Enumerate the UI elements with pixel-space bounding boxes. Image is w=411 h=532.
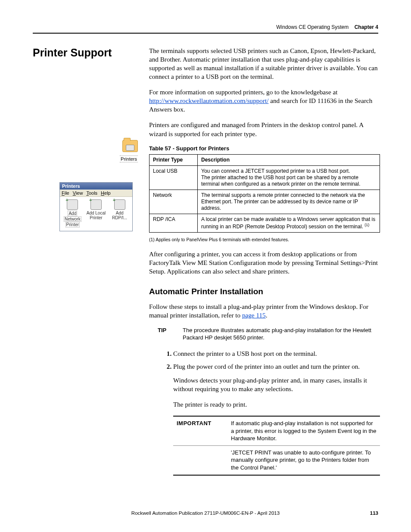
page-115-link[interactable]: page 115 (242, 311, 266, 319)
page-footer: Rockwell Automation Publication 2711P-UM… (33, 510, 378, 516)
th-printer-type: Printer Type (149, 154, 198, 165)
tip-block: TIP The procedure illustrates automatic … (158, 327, 380, 342)
important-block: IMPORTANT If automatic plug-and-play ins… (173, 416, 380, 475)
footer-page-number: 113 (370, 510, 378, 516)
table-row: Local USB You can connect a JETCET suppo… (149, 165, 380, 190)
menu-view[interactable]: View (73, 190, 83, 196)
page-header: Windows CE Operating System Chapter 4 (33, 24, 378, 34)
step-after-paragraph: Windows detects your plug-and-play print… (173, 376, 380, 393)
printers-desktop-icon[interactable]: Printers (33, 140, 141, 162)
printers-window: Printers File View Tools Help Add Networ… (59, 182, 133, 231)
th-description: Description (198, 154, 380, 165)
printer-icon (114, 199, 125, 210)
table-row: Network The terminal supports a remote p… (149, 190, 380, 214)
tip-body: The procedure illustrates automatic plug… (183, 327, 380, 342)
menu-file[interactable]: File (62, 190, 69, 196)
add-network-printer-icon[interactable]: Add Network Printer (62, 199, 83, 227)
add-rdp-printer-icon[interactable]: Add RDP/I... (109, 199, 131, 227)
table-row: RDP /ICA A local printer can be made ava… (149, 214, 380, 232)
table-footnote: (1) Applies only to PanelView Plus 6 ter… (149, 237, 380, 242)
menu-tools[interactable]: Tools (86, 190, 97, 196)
important-text-2: 'JETCET PRINT was unable to auto-configu… (227, 445, 380, 475)
install-steps: Connect the printer to a USB host port o… (149, 349, 380, 371)
printers-support-table: Printer Type Description Local USB You c… (149, 154, 380, 233)
tip-label: TIP (158, 327, 183, 342)
important-text-1: If automatic plug-and-play installation … (227, 416, 380, 445)
ready-paragraph: The printer is ready to print. (173, 400, 380, 409)
subheading-auto-install: Automatic Printer Installation (149, 287, 380, 296)
header-doc-title: Windows CE Operating System (276, 24, 349, 30)
window-menubar: File View Tools Help (60, 190, 132, 197)
intro-paragraph-2: For more information on supported printe… (149, 88, 380, 114)
left-column: Printer Support Printers Printers File V… (33, 47, 149, 476)
intro-paragraph-1: The terminals supports selected USB prin… (149, 47, 380, 81)
after-table-paragraph: After configuring a printer, you can acc… (149, 250, 380, 276)
printers-icon-caption: Printers (120, 156, 138, 162)
menu-help[interactable]: Help (101, 190, 111, 196)
table-title: Table 57 - Support for Printers (149, 145, 380, 152)
folder-icon (122, 140, 138, 152)
section-title: Printer Support (33, 47, 141, 59)
step-1: Connect the printer to a USB host port o… (173, 349, 380, 358)
printer-icon (90, 199, 102, 210)
intro-paragraph-3: Printers are configured and managed from… (149, 121, 380, 138)
kb-link[interactable]: http://www.rockwellautomation.com/suppor… (149, 97, 268, 104)
important-label: IMPORTANT (173, 416, 227, 445)
step-2: Plug the power cord of the printer into … (173, 362, 380, 371)
header-chapter: Chapter 4 (355, 24, 378, 30)
printer-icon (67, 199, 78, 210)
footer-publication: Rockwell Automation Publication 2711P-UM… (131, 510, 280, 516)
add-local-printer-icon[interactable]: Add Local Printer (85, 199, 107, 227)
main-column: The terminals supports selected USB prin… (149, 47, 380, 476)
window-titlebar: Printers (60, 183, 132, 190)
auto-paragraph-1: Follow these steps to install a plug-and… (149, 302, 380, 320)
